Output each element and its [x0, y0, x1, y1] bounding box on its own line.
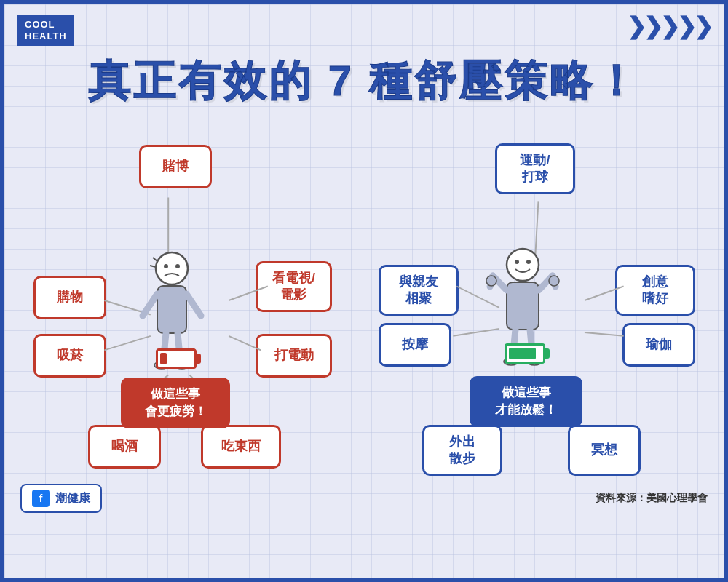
box-massage: 按摩: [379, 323, 451, 367]
box-gambling: 賭博: [139, 145, 212, 188]
facebook-icon: f: [32, 490, 50, 507]
fb-label: 潮健康: [55, 491, 90, 506]
svg-point-27: [515, 260, 519, 264]
svg-rect-12: [157, 286, 186, 333]
box-walk: 外出 散步: [422, 425, 502, 476]
svg-point-28: [526, 260, 531, 264]
svg-point-34: [486, 276, 496, 286]
fb-section: f 潮健康: [20, 484, 102, 513]
box-friends: 與親友 相聚: [379, 265, 459, 316]
source-text: 資料來源：美國心理學會: [596, 492, 708, 505]
happy-figure: [483, 243, 563, 388]
sad-figure: [135, 247, 208, 392]
right-column: 做這些事 才能放鬆！ 運動/ 打球 與親友 相聚 創意 嗜好 按摩 瑜伽 外出 …: [375, 123, 702, 523]
footer: f 潮健康 資料來源：美國心理學會: [4, 484, 724, 513]
svg-point-8: [164, 264, 168, 268]
svg-point-7: [156, 252, 188, 284]
box-smoking: 吸菸: [33, 334, 106, 378]
svg-line-11: [150, 266, 156, 267]
box-eating: 吃東西: [201, 425, 281, 469]
svg-rect-29: [507, 282, 539, 330]
chevrons-decoration: ❯❯❯❯❯: [627, 15, 711, 38]
logo: COOL HEALTH: [17, 15, 74, 46]
box-creative: 創意 嗜好: [615, 265, 695, 316]
svg-point-26: [507, 249, 539, 281]
right-center-label: 做這些事 才能放鬆！: [470, 376, 582, 427]
svg-line-13: [143, 294, 157, 316]
svg-point-9: [175, 264, 180, 268]
battery-low: [156, 348, 197, 369]
header: COOL HEALTH ❯❯❯❯❯: [4, 4, 724, 46]
box-tv: 看電視/ 電影: [256, 261, 332, 312]
box-shopping: 購物: [33, 276, 106, 319]
svg-line-23: [585, 332, 624, 336]
main-title: 真正有效的 7 種舒壓策略！: [4, 53, 724, 110]
box-drinking: 喝酒: [88, 425, 161, 469]
left-center-label: 做這些事 會更疲勞！: [121, 378, 230, 428]
svg-line-10: [153, 258, 157, 261]
box-meditation: 冥想: [568, 425, 641, 476]
svg-line-14: [186, 294, 201, 316]
left-column: 做這些事 會更疲勞！ 賭博 購物 看電視/ 電影 打電動 吸菸 喝酒 吃東西: [26, 123, 353, 523]
columns: 做這些事 會更疲勞！ 賭博 購物 看電視/ 電影 打電動 吸菸 喝酒 吃東西: [4, 123, 724, 523]
page: COOL HEALTH ❯❯❯❯❯ 真正有效的 7 種舒壓策略！: [0, 0, 728, 582]
box-yoga: 瑜伽: [622, 323, 695, 367]
battery-full: [505, 343, 545, 364]
box-gaming: 打電動: [256, 334, 332, 378]
box-exercise: 運動/ 打球: [495, 143, 575, 194]
svg-point-35: [549, 276, 559, 286]
